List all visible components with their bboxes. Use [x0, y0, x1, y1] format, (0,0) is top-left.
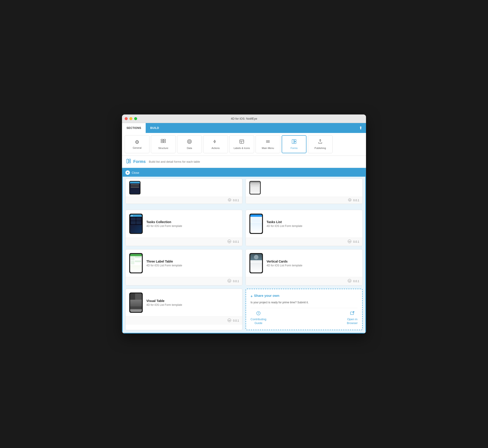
page-description: Build list and detail forms for each tab… — [149, 160, 200, 163]
partial-card-1-version: 0.0.1 — [233, 199, 239, 202]
close-bar: Close — [123, 168, 365, 177]
partial-card-1[interactable]: 0.0.1 — [125, 178, 242, 204]
nav-build-tab[interactable]: BUILD — [146, 123, 163, 133]
open-browser-link[interactable]: Open inBrowser — [347, 311, 358, 325]
partial-card-1-top — [126, 179, 242, 197]
visual-table-screen — [130, 293, 142, 312]
close-x-icon[interactable] — [125, 170, 130, 175]
tool-actions[interactable]: Actions — [203, 135, 228, 153]
tasks-list-top: Tasks List 4D for iOS List Form template — [246, 210, 362, 238]
template-tasks-collection[interactable]: Tasks Collection 4D for iOS List Form te… — [125, 210, 242, 246]
traffic-lights — [125, 117, 137, 120]
tool-actions-label: Actions — [211, 147, 220, 149]
tasks-collection-title: Tasks Collection — [146, 220, 239, 224]
partial-card-2-version: 0.0.1 — [353, 199, 359, 202]
contributing-guide-link[interactable]: ? ContributingGuide — [251, 311, 266, 325]
svg-rect-3 — [163, 141, 165, 143]
tool-data-label: Data — [187, 147, 192, 149]
tool-forms[interactable]: Forms — [282, 135, 307, 153]
svg-point-28 — [348, 279, 351, 283]
open-browser-label: Open inBrowser — [347, 318, 358, 325]
partial-row: 0.0.1 — [125, 178, 363, 204]
page-header: Forms Build list and detail forms for ea… — [122, 156, 366, 168]
tool-structure[interactable]: Structure — [151, 135, 176, 153]
window-title: 4D for iOS: NotifEye — [231, 117, 257, 120]
three-label-top: Three Label Table 4D for iOS List Form t… — [126, 249, 242, 277]
tool-general-label: General — [133, 146, 141, 149]
tasks-list-title: Tasks List — [267, 220, 359, 224]
tool-main-menu-label: Main Menu — [262, 147, 274, 149]
share-description: Is your project is ready for prime time?… — [251, 301, 309, 304]
visual-table-title: Visual Table — [146, 299, 239, 303]
tasks-list-info: Tasks List 4D for iOS List Form template — [267, 220, 359, 228]
tool-publishing[interactable]: Publishing — [308, 135, 333, 153]
visual-table-info: Visual Table 4D for iOS List Form templa… — [146, 299, 239, 306]
svg-point-26 — [348, 240, 351, 243]
svg-rect-16 — [294, 142, 296, 144]
partial-phone-1 — [129, 181, 140, 194]
actions-icon — [213, 139, 218, 145]
tasks-list-bottom: 0.0.1 — [246, 238, 362, 246]
vertical-cards-top: Vertical Cards 4D for iOS List Form temp… — [246, 249, 362, 277]
main-menu-icon — [265, 139, 270, 145]
tool-data[interactable]: Data — [177, 135, 202, 153]
svg-point-29 — [228, 319, 231, 322]
tasks-list-desc: 4D for iOS List Form template — [267, 224, 359, 228]
github-icon-tasks-collection — [228, 240, 231, 244]
partial-screen-2 — [250, 182, 260, 194]
share-links: ? ContributingGuide — [251, 308, 358, 325]
svg-text:?: ? — [258, 312, 259, 315]
share-plus-icon: + — [251, 294, 252, 298]
vertical-cards-info: Vertical Cards 4D for iOS List Form temp… — [267, 260, 359, 267]
tasks-collection-bottom: 0.0.1 — [126, 238, 242, 246]
app-window: 4D for iOS: NotifEye SECTIONS BUILD ⬆ ⚙ … — [122, 114, 366, 334]
svg-rect-17 — [127, 159, 128, 163]
vertical-cards-phone — [249, 253, 263, 273]
close-label: Close — [132, 171, 139, 174]
tasks-collection-phone — [129, 214, 143, 234]
partial-card-2[interactable]: 0.0.1 — [246, 178, 363, 204]
vertical-cards-title: Vertical Cards — [267, 260, 359, 263]
template-visual-table[interactable]: Visual Table 4D for iOS List Form templa… — [125, 289, 242, 330]
partial-screen-1 — [130, 182, 140, 194]
partial-card-1-bottom: 0.0.1 — [126, 197, 242, 204]
three-label-bottom: 0.0.1 — [126, 277, 242, 285]
svg-rect-8 — [240, 140, 244, 143]
toolbar: ⚙ General Structure D — [122, 133, 366, 156]
three-label-version: 0.0.1 — [233, 280, 239, 283]
gear-icon: ⚙ — [135, 139, 139, 145]
labels-icons-icon — [239, 139, 244, 145]
svg-point-7 — [214, 141, 215, 142]
share-content: + Share your own Is your project is read… — [251, 294, 358, 304]
minimize-button[interactable] — [130, 117, 132, 120]
tool-main-menu[interactable]: Main Menu — [255, 135, 280, 153]
svg-point-23 — [228, 199, 231, 201]
publishing-icon — [318, 139, 323, 145]
close-button[interactable] — [125, 117, 128, 120]
template-vertical-cards[interactable]: Vertical Cards 4D for iOS List Form temp… — [246, 249, 363, 286]
svg-rect-2 — [161, 141, 163, 143]
forms-icon — [292, 139, 297, 145]
tool-labels-icons[interactable]: Labels & Icons — [229, 135, 254, 153]
three-label-info: Three Label Table 4D for iOS List Form t… — [146, 260, 239, 267]
svg-point-24 — [348, 199, 351, 201]
tasks-list-version: 0.0.1 — [353, 240, 359, 243]
maximize-button[interactable] — [134, 117, 137, 120]
tasks-collection-top: Tasks Collection 4D for iOS List Form te… — [126, 210, 242, 238]
github-icon-visual-table — [228, 318, 231, 323]
tasks-list-screen — [250, 215, 262, 233]
svg-rect-18 — [129, 159, 130, 161]
vertical-cards-bottom: 0.0.1 — [246, 277, 362, 285]
template-tasks-list[interactable]: Tasks List 4D for iOS List Form template… — [246, 210, 363, 246]
nav-upload-button[interactable]: ⬆ — [355, 126, 366, 130]
vertical-cards-screen — [250, 254, 262, 272]
template-three-label-table[interactable]: Three Label Table 4D for iOS List Form t… — [125, 249, 242, 286]
three-label-phone — [129, 253, 143, 273]
nav-sections-tab[interactable]: SECTIONS — [122, 123, 146, 133]
tool-general[interactable]: ⚙ General — [125, 135, 149, 153]
visual-table-version: 0.0.1 — [233, 319, 239, 322]
svg-rect-14 — [292, 139, 294, 144]
share-title: Share your own — [254, 294, 279, 297]
svg-point-27 — [228, 279, 231, 283]
visual-table-bottom: 0.0.1 — [126, 316, 242, 325]
